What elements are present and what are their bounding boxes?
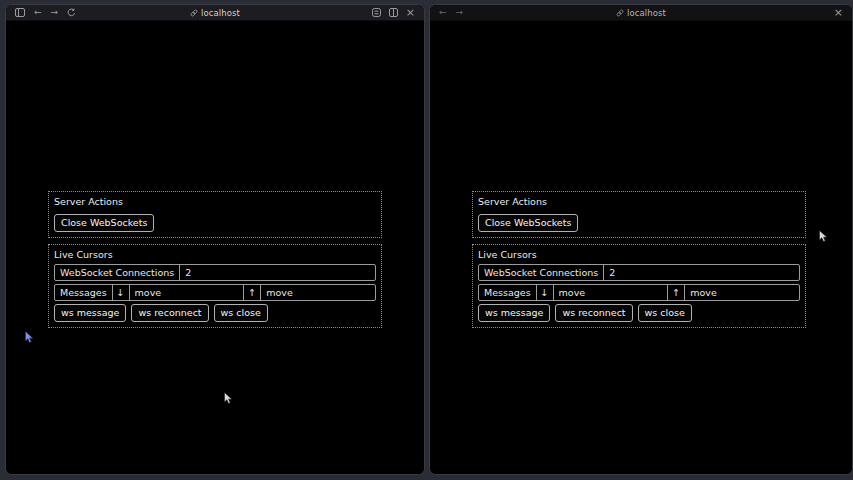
received-message-value: move — [130, 285, 245, 300]
desktop: { "desktop": { "background": "#2a2c36" }… — [0, 0, 853, 480]
live-cursors-legend: Live Cursors — [478, 249, 800, 260]
messages-label: Messages — [479, 285, 537, 300]
server-actions-legend: Server Actions — [54, 196, 376, 207]
arrow-up-icon: ↑ — [244, 285, 261, 300]
sent-message-value: move — [685, 285, 799, 300]
ws-message-button[interactable]: ws message — [54, 304, 126, 322]
connections-value: 2 — [604, 265, 799, 280]
arrow-down-icon: ↓ — [537, 285, 554, 300]
address-bar[interactable]: localhost — [430, 8, 852, 18]
connections-value: 2 — [180, 265, 375, 280]
ws-reconnect-button[interactable]: ws reconnect — [555, 304, 632, 322]
ws-buttons-row: ws message ws reconnect ws close — [54, 304, 376, 322]
link-icon — [616, 9, 624, 17]
address-bar[interactable]: localhost — [6, 8, 424, 18]
close-window-icon[interactable]: × — [834, 8, 843, 17]
server-actions-panel: Server Actions Close WebSockets — [472, 191, 806, 238]
server-actions-panel: Server Actions Close WebSockets — [48, 191, 382, 238]
link-icon — [190, 9, 198, 17]
ws-close-button[interactable]: ws close — [214, 304, 268, 322]
arrow-up-icon: ↑ — [668, 285, 685, 300]
close-websockets-button[interactable]: Close WebSockets — [478, 214, 578, 232]
messages-row: Messages ↓ move ↑ move — [54, 284, 376, 301]
close-window-icon[interactable]: × — [406, 8, 415, 17]
close-websockets-button[interactable]: Close WebSockets — [54, 214, 154, 232]
received-message-value: move — [554, 285, 669, 300]
connections-label: WebSocket Connections — [479, 265, 604, 280]
ws-reconnect-button[interactable]: ws reconnect — [131, 304, 208, 322]
titlebar-left: ← → localhost — [6, 5, 424, 21]
page-content-right: Server Actions Close WebSockets Live Cur… — [430, 21, 852, 474]
server-actions-legend: Server Actions — [478, 196, 800, 207]
messages-label: Messages — [55, 285, 113, 300]
arrow-down-icon: ↓ — [113, 285, 130, 300]
messages-row: Messages ↓ move ↑ move — [478, 284, 800, 301]
connections-label: WebSocket Connections — [55, 265, 180, 280]
browser-window-left: ← → localhost — [5, 4, 425, 475]
ws-message-button[interactable]: ws message — [478, 304, 550, 322]
connections-row: WebSocket Connections 2 — [478, 264, 800, 281]
page-url: localhost — [201, 8, 240, 18]
titlebar-right: ← → localhost × — [430, 5, 852, 21]
split-view-icon[interactable] — [389, 8, 398, 17]
browser-window-right: ← → localhost × Server Actions Close Web… — [429, 4, 853, 475]
ws-close-button[interactable]: ws close — [638, 304, 692, 322]
live-cursors-panel: Live Cursors WebSocket Connections 2 Mes… — [48, 244, 382, 328]
page-url: localhost — [627, 8, 666, 18]
page-content-left: Server Actions Close WebSockets Live Cur… — [6, 21, 424, 474]
reader-view-icon[interactable] — [372, 8, 381, 17]
live-cursors-legend: Live Cursors — [54, 249, 376, 260]
live-cursors-panel: Live Cursors WebSocket Connections 2 Mes… — [472, 244, 806, 328]
ws-buttons-row: ws message ws reconnect ws close — [478, 304, 800, 322]
connections-row: WebSocket Connections 2 — [54, 264, 376, 281]
sent-message-value: move — [261, 285, 375, 300]
